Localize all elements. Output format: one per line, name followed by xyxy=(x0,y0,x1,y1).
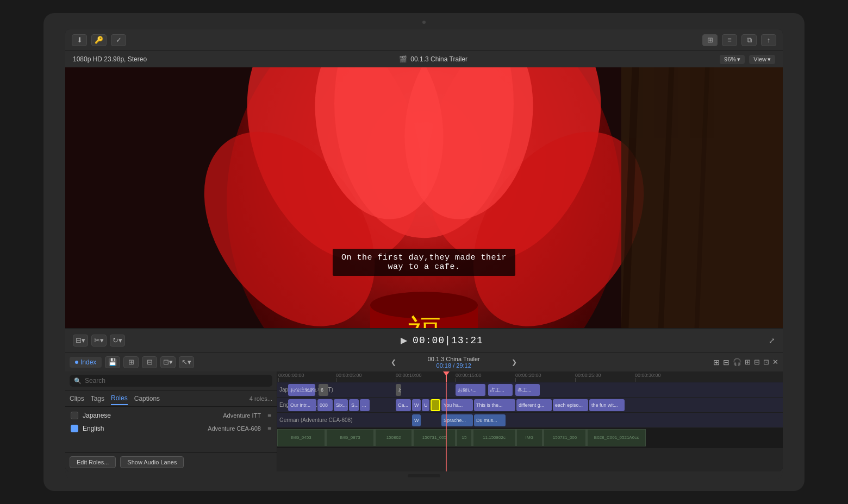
track-german: German (Adventure CEA-608) W Sprache... … xyxy=(277,413,783,428)
nav-forward[interactable]: ❯ xyxy=(512,358,517,366)
trim-button[interactable]: ✂▾ xyxy=(91,335,107,346)
clip-en-selected[interactable] xyxy=(431,399,440,411)
close-icon[interactable]: ✕ xyxy=(772,358,778,366)
clip-en-youha[interactable]: You ha... xyxy=(441,399,473,411)
japanese-checkbox[interactable] xyxy=(71,412,78,419)
clip-en-s[interactable]: S... xyxy=(349,399,359,411)
import-button[interactable]: ⬇ xyxy=(72,34,87,46)
preview-header: 1080p HD 23.98p, Stereo 🎬 00.1.3 China T… xyxy=(65,51,783,67)
film-clip-150802[interactable]: 150802 xyxy=(375,429,412,446)
playback-controls: ⊟▾ ✂▾ ↻▾ ▶ 00:00|13:21 ⤢ xyxy=(65,328,783,352)
clip-en-ca[interactable]: Ca... xyxy=(396,399,411,411)
check-button[interactable]: ✓ xyxy=(111,34,126,46)
clip-en-thisis[interactable]: This is the... xyxy=(474,399,515,411)
clip-en-diff[interactable]: different g... xyxy=(516,399,552,411)
index-button[interactable]: Index xyxy=(70,357,102,368)
timeline-main: 🔍 Search Clips Tags Roles Captions 4 rol… xyxy=(65,371,783,471)
clip-jp-6[interactable]: と xyxy=(396,384,401,396)
zoom-selector[interactable]: 96% ▾ xyxy=(720,55,745,64)
clip-en-w[interactable]: W xyxy=(412,399,421,411)
edit-roles-button[interactable]: Edit Roles... xyxy=(70,456,116,468)
english-checkbox[interactable] xyxy=(71,425,78,432)
select-button[interactable]: ↖▾ xyxy=(179,356,194,368)
tab-tags[interactable]: Tags xyxy=(91,393,104,405)
tab-roles[interactable]: Roles xyxy=(111,392,128,405)
clip-en-u[interactable]: U xyxy=(422,399,429,411)
track-english: English (Adve... Our intr... 008 Six... … xyxy=(277,398,783,413)
grid-view-button[interactable]: ⊞ xyxy=(702,34,718,46)
clip-jp-2[interactable]: お願い... xyxy=(456,384,485,396)
play-button[interactable]: ▶ xyxy=(401,335,407,345)
role-row-english: English Adventure CEA-608 ≡ xyxy=(65,422,277,435)
clip-de-dumu[interactable]: Du mus... xyxy=(474,414,506,426)
zoom-chevron: ▾ xyxy=(737,56,740,63)
key-button[interactable]: 🔑 xyxy=(91,34,107,46)
film-clip-15[interactable]: 15 xyxy=(457,429,472,446)
ruler-playhead xyxy=(446,371,447,382)
transform-button[interactable]: ↻▾ xyxy=(110,335,125,346)
clip-jp-4[interactable]: 各工... xyxy=(515,384,540,396)
film-clip-b028[interactable]: B028_C001_0521A6cs xyxy=(587,429,646,446)
layout-icon[interactable]: ⊟ xyxy=(754,358,760,366)
clip-jp-5[interactable]: 6 xyxy=(319,384,328,396)
film-clip-0453[interactable]: IMG_0453 xyxy=(277,429,325,446)
sidebar-search: 🔍 Search xyxy=(65,371,277,390)
clip-en-each[interactable]: each episo... xyxy=(553,399,588,411)
clip-en-dot1[interactable]: ... xyxy=(360,399,370,411)
svg-text:福: 福 xyxy=(407,313,441,328)
japanese-role-icon[interactable]: ≡ xyxy=(267,412,271,419)
overwrite-button[interactable]: ⊟ xyxy=(142,356,157,368)
english-role-badge: Adventure CEA-608 xyxy=(208,425,261,432)
timecode-display: 00:00|13:21 xyxy=(413,335,483,346)
tab-captions[interactable]: Captions xyxy=(134,393,160,405)
view-mode-button[interactable]: ⊟▾ xyxy=(73,335,88,346)
clip-de-sprache[interactable]: Sprache... xyxy=(441,414,473,426)
clip-en-fun[interactable]: the fun wit... xyxy=(589,399,625,411)
view-button[interactable]: View ▾ xyxy=(749,55,775,64)
clip-de-w[interactable]: W xyxy=(412,414,421,426)
german-track-label: German (Adventure CEA-608) xyxy=(279,417,353,423)
preview-header-right: 96% ▾ View ▾ xyxy=(720,55,775,64)
zoom-in-icon[interactable]: ⊞ xyxy=(713,358,720,367)
sidebar-bottom: Edit Roles... Show Audio Lanes xyxy=(65,452,277,471)
nav-time: 00:18 / 29:12 xyxy=(437,362,471,369)
timeline-toolbar: Index 💾 ⊞ ⊟ ⊡▾ ↖▾ ❮ 00.1.3 China Trailer… xyxy=(65,352,783,371)
clip-jp-1[interactable]: お位庄勉的到形菜 xyxy=(288,384,315,396)
clip-jp-3[interactable]: 占工... xyxy=(488,384,513,396)
film-clip-150731-006[interactable]: 150731_006 xyxy=(544,429,586,446)
zoom-out-icon[interactable]: ⊟ xyxy=(723,358,729,367)
append-button[interactable]: ⊞ xyxy=(123,356,139,368)
nav-back[interactable]: ❮ xyxy=(391,358,396,366)
laptop-bottom xyxy=(65,471,783,480)
index-indicator xyxy=(75,361,78,364)
english-role-icon[interactable]: ≡ xyxy=(267,425,271,432)
clip-en-intro[interactable]: Our intr... xyxy=(288,399,316,411)
clip-en-008[interactable]: 008 xyxy=(317,399,333,411)
timeline-nav: ❮ 00.1.3 China Trailer 00:18 / 29:12 ❯ xyxy=(391,356,517,369)
film-clip-150802c[interactable]: 11.150802c xyxy=(473,429,515,446)
ruler-tick-2: 00:00:10:00 xyxy=(396,373,422,378)
video-preview: 福 On the first day,they made their way t… xyxy=(65,67,783,328)
view-label: View xyxy=(753,56,766,62)
clip-en-six[interactable]: Six... xyxy=(334,399,348,411)
role-row-japanese: Japanese Adventure ITT ≡ xyxy=(65,409,277,422)
clip-icon[interactable]: ⊞ xyxy=(745,358,751,366)
sliders-button[interactable]: ⧉ xyxy=(741,34,757,46)
film-clip-150731-005[interactable]: 150731_005 xyxy=(413,429,456,446)
film-clip-0873[interactable]: IMG_0873 xyxy=(326,429,374,446)
show-audio-lanes-button[interactable]: Show Audio Lanes xyxy=(120,456,184,468)
film-clip-img[interactable]: IMG xyxy=(516,429,543,446)
fullscreen-icon[interactable]: ⊡ xyxy=(763,358,769,366)
tracks-container: Japanese (それを T) お位庄勉的到形菜 お願い... 占工... 各… xyxy=(277,382,783,471)
share-button[interactable]: ↑ xyxy=(761,34,776,46)
insert-button[interactable]: ⊡▾ xyxy=(160,356,176,368)
ruler-tick-1: 00:00:05:00 xyxy=(336,373,362,378)
save-button[interactable]: 💾 xyxy=(105,356,120,368)
list-view-button[interactable]: ≡ xyxy=(722,34,737,46)
video-background: 福 On the first day,they made their way t… xyxy=(65,67,783,328)
ruler-tick-3: 00:00:15:00 xyxy=(456,373,482,378)
sidebar-tabs: Clips Tags Roles Captions 4 roles... xyxy=(65,390,277,407)
tab-clips[interactable]: Clips xyxy=(70,393,84,405)
audio-icon[interactable]: 🎧 xyxy=(733,358,741,366)
expand-button[interactable]: ⤢ xyxy=(769,336,775,345)
